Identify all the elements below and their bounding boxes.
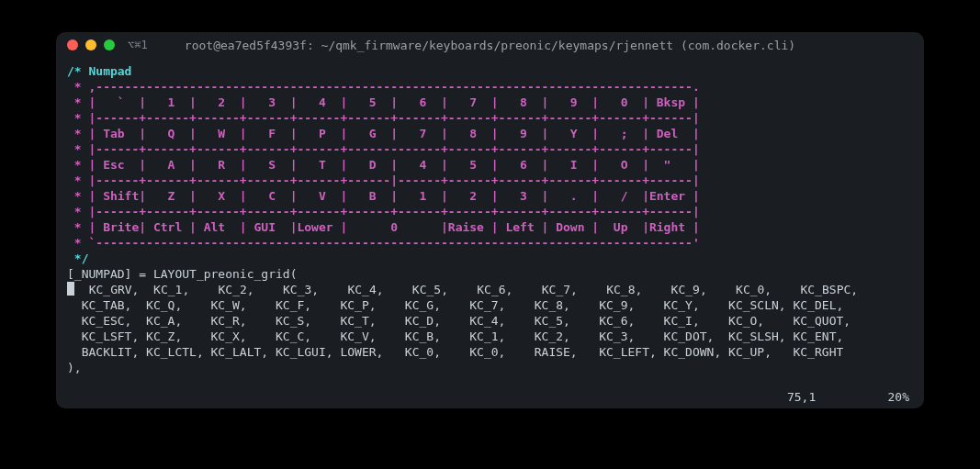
cursor-position: 75,1 — [787, 390, 816, 404]
comment-border-bot: * `-------------------------------------… — [67, 236, 700, 250]
window-controls — [67, 39, 115, 50]
titlebar: ⌥⌘1 root@ea7ed5f4393f: ~/qmk_firmware/ke… — [56, 32, 924, 58]
scroll-percent: 20% — [888, 390, 909, 404]
close-icon[interactable] — [67, 39, 78, 50]
comment-sep-3: * |------+------+------+------+------+--… — [67, 173, 700, 187]
comment-footer: */ — [67, 251, 88, 265]
comment-row-5: * | Brite| Ctrl | Alt | GUI |Lower | 0 |… — [67, 220, 700, 234]
comment-header: /* Numpad — [67, 64, 131, 78]
comment-sep-2: * |------+------+------+------+------+--… — [67, 142, 700, 156]
comment-border-top: * ,-------------------------------------… — [67, 80, 700, 94]
comment-row-3: * | Esc | A | R | S | T | D | 4 | 5 | 6 … — [67, 158, 700, 172]
comment-sep-4: * |------+------+------+------+------+--… — [67, 205, 700, 218]
comment-row-1: * | ` | 1 | 2 | 3 | 4 | 5 | 6 | 7 | 8 | … — [67, 95, 700, 109]
cursor — [67, 282, 74, 296]
zoom-icon[interactable] — [104, 39, 115, 50]
comment-sep-1: * |------+------+------+------+------+--… — [67, 111, 700, 125]
code-row-1: KC_TAB, KC_Q, KC_W, KC_F, KC_P, KC_G, KC… — [67, 298, 843, 312]
comment-row-2: * | Tab | Q | W | F | P | G | 7 | 8 | 9 … — [67, 127, 700, 140]
code-row-2: KC_ESC, KC_A, KC_R, KC_S, KC_T, KC_D, KC… — [67, 314, 850, 328]
terminal-window: ⌥⌘1 root@ea7ed5f4393f: ~/qmk_firmware/ke… — [56, 32, 924, 408]
code-row-4: BACKLIT, KC_LCTL, KC_LALT, KC_LGUI, LOWE… — [67, 345, 843, 359]
titlebar-title: root@ea7ed5f4393f: ~/qmk_firmware/keyboa… — [56, 38, 924, 53]
code-row-3: KC_LSFT, KC_Z, KC_X, KC_C, KC_V, KC_B, K… — [67, 329, 843, 343]
terminal-content[interactable]: /* Numpad * ,---------------------------… — [56, 58, 924, 379]
code-row-0: KC_GRV, KC_1, KC_2, KC_3, KC_4, KC_5, KC… — [74, 283, 858, 296]
layout-close: ), — [67, 361, 82, 374]
comment-row-4: * | Shift| Z | X | C | V | B | 1 | 2 | 3… — [67, 189, 700, 203]
status-line: 75,1 20% — [787, 389, 909, 405]
layout-decl: [_NUMPAD] = LAYOUT_preonic_grid( — [67, 267, 297, 281]
titlebar-shortcut: ⌥⌘1 — [128, 38, 148, 53]
minimize-icon[interactable] — [85, 39, 96, 50]
